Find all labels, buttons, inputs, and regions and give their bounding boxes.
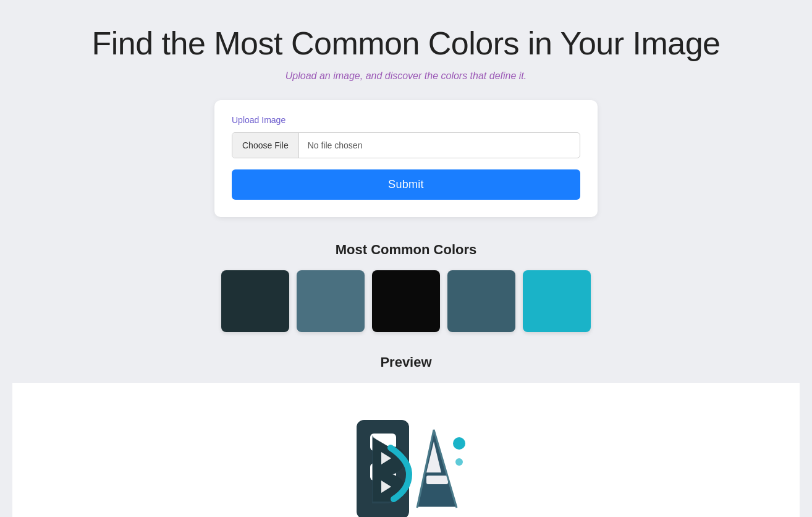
submit-button[interactable]: Submit xyxy=(232,169,580,200)
colors-row xyxy=(221,270,591,332)
subtitle: Upload an image, and discover the colors… xyxy=(285,70,527,82)
file-input-row: Choose File No file chosen xyxy=(232,132,580,158)
svg-point-7 xyxy=(453,437,465,450)
color-swatch-2 xyxy=(297,270,365,332)
choose-file-button[interactable]: Choose File xyxy=(232,133,299,158)
main-title: Find the Most Common Colors in Your Imag… xyxy=(91,25,720,62)
svg-point-8 xyxy=(455,458,463,466)
preview-title: Preview xyxy=(380,354,431,370)
no-file-text: No file chosen xyxy=(299,134,580,156)
upload-label: Upload Image xyxy=(232,115,580,125)
svg-rect-6 xyxy=(426,476,448,484)
page-wrapper: Find the Most Common Colors in Your Imag… xyxy=(0,0,812,517)
color-swatch-5 xyxy=(523,270,591,332)
color-swatch-4 xyxy=(447,270,515,332)
upload-card: Upload Image Choose File No file chosen … xyxy=(214,100,598,217)
color-swatch-3 xyxy=(372,270,440,332)
colors-section-title: Most Common Colors xyxy=(336,242,477,258)
preview-section xyxy=(12,383,800,517)
preview-logo xyxy=(338,401,474,517)
color-swatch-1 xyxy=(221,270,289,332)
